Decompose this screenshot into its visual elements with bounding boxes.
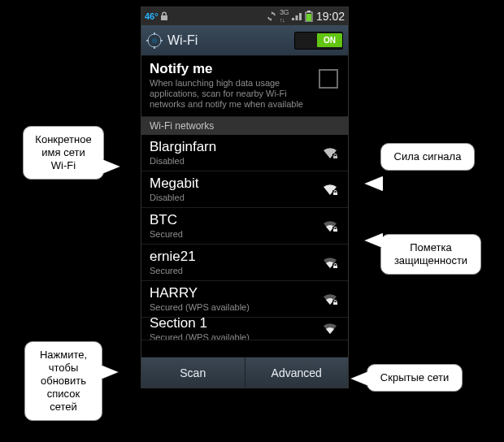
signal-icon — [292, 12, 302, 20]
network-ssid: Megabit — [150, 176, 322, 192]
svg-rect-5 — [154, 32, 155, 35]
network-ssid: Section 1 — [150, 318, 322, 332]
page-title: Wi-Fi — [167, 33, 294, 48]
wifi-signal-icon — [322, 256, 340, 269]
lock-icon — [160, 11, 168, 21]
svg-point-4 — [152, 37, 157, 42]
network-row[interactable]: BlarginfarnDisabled — [141, 135, 348, 171]
scan-button[interactable]: Scan — [141, 358, 245, 388]
phone-frame: 46° 3G↑↓ 19:02 Wi-Fi ON — [141, 6, 349, 388]
network-row[interactable]: MegabitDisabled — [141, 171, 348, 208]
battery-icon — [305, 11, 313, 22]
network-row[interactable]: HARRYSecured (WPS available) — [141, 281, 348, 318]
network-ssid: HARRY — [150, 285, 322, 301]
notify-title: Notify me — [150, 61, 314, 77]
wifi-list: Notify me When launching high data usage… — [141, 56, 348, 357]
advanced-button[interactable]: Advanced — [245, 358, 349, 388]
network-status: Disabled — [150, 156, 322, 166]
toggle-on-label: ON — [317, 33, 342, 47]
sync-icon — [267, 11, 276, 21]
network-status: Secured (WPS available) — [150, 332, 322, 341]
network-row[interactable]: BTCSecured — [141, 208, 348, 245]
svg-rect-6 — [154, 46, 155, 49]
callout-signal: Сила сигнала — [380, 143, 475, 171]
callout-scan: Нажмите, чтобы обновить список сетей — [24, 341, 102, 421]
svg-rect-8 — [160, 40, 163, 41]
network-status: Secured — [150, 266, 322, 275]
wifi-signal-icon — [322, 292, 340, 306]
wifi-toggle[interactable]: ON — [294, 32, 343, 50]
callout-secured: Пометка защищенности — [380, 234, 481, 275]
svg-rect-2 — [306, 14, 311, 21]
network-ssid: ernie21 — [150, 249, 322, 265]
section-header: Wi-Fi networks — [141, 117, 348, 135]
gear-icon — [146, 32, 163, 49]
status-bar: 46° 3G↑↓ 19:02 — [141, 7, 348, 25]
notify-subtitle: When launching high data usage applicati… — [150, 78, 314, 110]
wifi-signal-icon — [322, 146, 340, 159]
network-status: Secured — [150, 229, 322, 239]
svg-rect-7 — [146, 40, 149, 41]
network-status: Secured (WPS available) — [150, 302, 322, 312]
network-status: Disabled — [150, 193, 322, 202]
notify-row[interactable]: Notify me When launching high data usage… — [141, 56, 348, 117]
network-ssid: BTC — [150, 212, 322, 228]
callout-ssid: Конкретное имя сети Wi-Fi — [23, 126, 104, 180]
status-clock: 19:02 — [316, 10, 345, 23]
wifi-header: Wi-Fi ON — [141, 25, 348, 56]
wifi-signal-icon — [322, 183, 340, 196]
network-ssid: Blarginfarn — [150, 139, 322, 155]
bottom-bar: Scan Advanced — [141, 357, 348, 388]
status-temp: 46° — [145, 11, 159, 21]
data-3g-icon: 3G↑↓ — [280, 9, 289, 24]
callout-hidden: Скрытые сети — [367, 364, 463, 392]
network-row[interactable]: ernie21Secured — [141, 245, 348, 281]
network-row[interactable]: Section 1Secured (WPS available) — [141, 318, 348, 340]
wifi-signal-icon — [322, 322, 340, 335]
notify-checkbox[interactable] — [319, 69, 338, 89]
wifi-signal-icon — [322, 219, 340, 232]
